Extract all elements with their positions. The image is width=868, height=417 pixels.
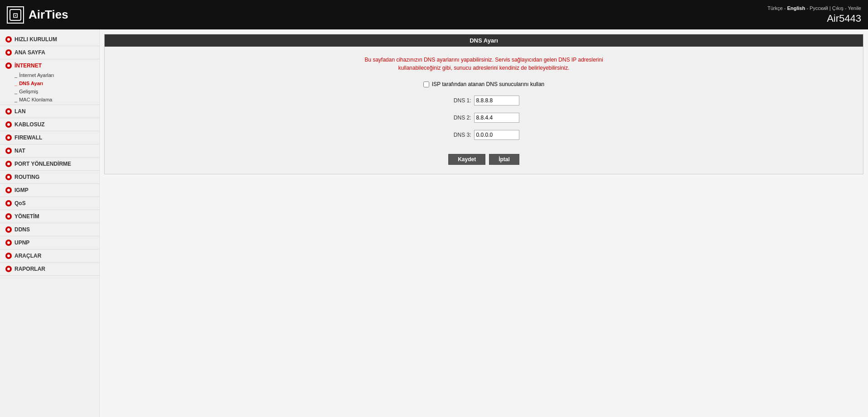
lang-exit[interactable]: Çıkış bbox=[832, 5, 844, 11]
sidebar-dot bbox=[5, 49, 12, 56]
lang-russian[interactable]: Русский bbox=[810, 5, 828, 11]
sidebar-dot bbox=[5, 148, 12, 154]
header: ⊡ AirTies Türkçe - English - Русский | Ç… bbox=[0, 0, 868, 29]
isp-checkbox-row: ISP tarafından atanan DNS sunucularını k… bbox=[423, 81, 545, 87]
sidebar-label: ROUTING bbox=[14, 174, 39, 180]
logo: ⊡ AirTies bbox=[7, 6, 68, 24]
lang-english[interactable]: English bbox=[787, 5, 805, 11]
sidebar-dot bbox=[5, 253, 12, 259]
layout: HIZLI KURULUM ANA SAYFA İNTERNET İnterne… bbox=[0, 29, 868, 417]
sidebar-dot bbox=[5, 200, 12, 206]
sidebar-sub-internet-ayarlari[interactable]: İnternet Ayarları bbox=[14, 71, 94, 79]
device-name: Air5443 bbox=[767, 13, 861, 24]
dns1-input[interactable] bbox=[474, 96, 519, 105]
sidebar-dot bbox=[5, 108, 12, 115]
sidebar-dot bbox=[5, 174, 12, 180]
sidebar-label: QoS bbox=[14, 200, 26, 206]
dns3-row: DNS 3: bbox=[449, 130, 519, 140]
buttons-row: Kaydet İptal bbox=[448, 154, 519, 165]
sidebar-dot bbox=[5, 266, 12, 272]
lang-turkish[interactable]: Türkçe bbox=[767, 5, 783, 11]
sidebar-item-upnp[interactable]: UPNP bbox=[0, 237, 99, 248]
sidebar-dot bbox=[5, 213, 12, 220]
sidebar-label: İNTERNET bbox=[14, 62, 42, 69]
isp-checkbox[interactable] bbox=[423, 81, 429, 87]
sidebar-dot bbox=[5, 134, 12, 141]
sidebar-label: UPNP bbox=[14, 240, 29, 246]
sidebar-item-igmp[interactable]: IGMP bbox=[0, 185, 99, 196]
sidebar-item-kablosuz[interactable]: KABLOSUZ bbox=[0, 119, 99, 130]
panel-header: DNS Ayarı bbox=[105, 34, 863, 47]
sidebar-item-raporlar[interactable]: RAPORLAR bbox=[0, 264, 99, 274]
header-lang: Türkçe - English - Русский | Çıkış - Yen… bbox=[767, 5, 861, 11]
sidebar-label: ANA SAYFA bbox=[14, 49, 45, 56]
sidebar-label: KABLOSUZ bbox=[14, 121, 45, 128]
main: DNS Ayarı Bu sayfadan cihazınızın DNS ay… bbox=[100, 29, 868, 417]
sidebar-sub-internet: İnternet Ayarları DNS Ayarı Gelişmiş MAC… bbox=[0, 71, 99, 104]
logo-icon: ⊡ bbox=[7, 6, 24, 24]
sidebar-label: RAPORLAR bbox=[14, 266, 45, 272]
sidebar-label: IGMP bbox=[14, 187, 29, 193]
save-button[interactable]: Kaydet bbox=[448, 154, 485, 165]
sidebar-item-yonetim[interactable]: YÖNETİM bbox=[0, 211, 99, 222]
sidebar-dot bbox=[5, 226, 12, 233]
logo-text: AirTies bbox=[29, 8, 68, 22]
sidebar-dot bbox=[5, 240, 12, 246]
sidebar-item-lan[interactable]: LAN bbox=[0, 106, 99, 117]
sidebar-item-routing[interactable]: ROUTING bbox=[0, 172, 99, 182]
sidebar-label: HIZLI KURULUM bbox=[14, 36, 57, 43]
sidebar-dot bbox=[5, 62, 12, 69]
sidebar-label: LAN bbox=[14, 108, 26, 115]
dns1-row: DNS 1: bbox=[449, 96, 519, 105]
sidebar-label: FIREWALL bbox=[14, 134, 42, 141]
sidebar-item-hizli-kurulum[interactable]: HIZLI KURULUM bbox=[0, 34, 99, 45]
sidebar: HIZLI KURULUM ANA SAYFA İNTERNET İnterne… bbox=[0, 29, 100, 417]
description-line1: Bu sayfadan cihazınızın DNS ayarlarını y… bbox=[364, 57, 603, 63]
sidebar-label: PORT YÖNLENDİRME bbox=[14, 161, 71, 167]
sidebar-label: ARAÇLAR bbox=[14, 253, 41, 259]
sidebar-label: DDNS bbox=[14, 226, 30, 233]
panel-body: Bu sayfadan cihazınızın DNS ayarlarını y… bbox=[105, 47, 863, 174]
dns1-label: DNS 1: bbox=[449, 97, 471, 104]
dns2-label: DNS 2: bbox=[449, 115, 471, 121]
sidebar-item-nat[interactable]: NAT bbox=[0, 145, 99, 156]
sidebar-item-internet[interactable]: İNTERNET bbox=[0, 60, 99, 71]
sidebar-label: NAT bbox=[14, 148, 25, 154]
description-line2: kullanabileceğiniz gibi, sunucu adresler… bbox=[398, 65, 569, 71]
isp-checkbox-label[interactable]: ISP tarafından atanan DNS sunucularını k… bbox=[432, 81, 545, 87]
sidebar-label: YÖNETİM bbox=[14, 213, 39, 220]
form-area: ISP tarafından atanan DNS sunucularını k… bbox=[123, 81, 845, 165]
dns3-label: DNS 3: bbox=[449, 132, 471, 138]
sidebar-dot bbox=[5, 161, 12, 167]
panel-description: Bu sayfadan cihazınızın DNS ayarlarını y… bbox=[123, 56, 845, 72]
svg-text:⊡: ⊡ bbox=[13, 12, 18, 19]
sidebar-item-ana-sayfa[interactable]: ANA SAYFA bbox=[0, 47, 99, 58]
sidebar-item-qos[interactable]: QoS bbox=[0, 198, 99, 209]
cancel-button[interactable]: İptal bbox=[489, 154, 519, 165]
sidebar-item-araclar[interactable]: ARAÇLAR bbox=[0, 250, 99, 261]
dns2-input[interactable] bbox=[474, 113, 519, 123]
sidebar-dot bbox=[5, 36, 12, 43]
sidebar-item-port-yonlendirme[interactable]: PORT YÖNLENDİRME bbox=[0, 158, 99, 169]
dns3-input[interactable] bbox=[474, 130, 519, 140]
sidebar-dot bbox=[5, 121, 12, 128]
sidebar-item-firewall[interactable]: FIREWALL bbox=[0, 132, 99, 143]
header-right: Türkçe - English - Русский | Çıkış - Yen… bbox=[767, 5, 861, 24]
content-panel: DNS Ayarı Bu sayfadan cihazınızın DNS ay… bbox=[104, 34, 863, 174]
sidebar-sub-gelismis[interactable]: Gelişmiş bbox=[14, 87, 94, 96]
dns2-row: DNS 2: bbox=[449, 113, 519, 123]
sidebar-sub-dns-ayari[interactable]: DNS Ayarı bbox=[14, 79, 94, 87]
sidebar-dot bbox=[5, 187, 12, 193]
lang-refresh[interactable]: Yenile bbox=[848, 5, 861, 11]
sidebar-sub-mac-klonlama[interactable]: MAC Klonlama bbox=[14, 96, 94, 104]
sidebar-item-ddns[interactable]: DDNS bbox=[0, 224, 99, 235]
